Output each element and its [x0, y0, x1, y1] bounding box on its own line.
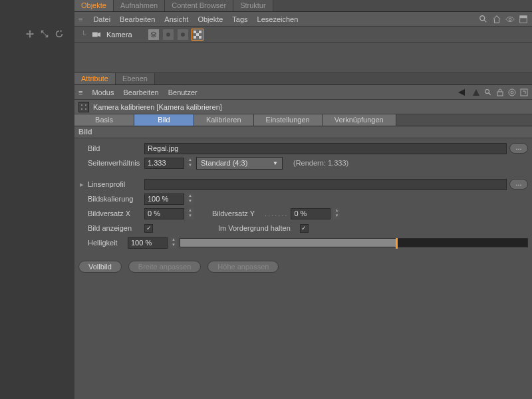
- search-icon[interactable]: [484, 88, 492, 96]
- section-header-bild: Bild: [74, 126, 532, 138]
- button-vollbild[interactable]: Vollbild: [78, 261, 122, 273]
- tab-attribute[interactable]: Attribute: [74, 73, 116, 84]
- subtab-bild[interactable]: Bild: [134, 114, 194, 126]
- label-helligkeit: Helligkeit: [78, 239, 125, 247]
- svg-rect-13: [497, 92, 503, 96]
- tab-struktur[interactable]: Struktur: [233, 0, 273, 11]
- svg-rect-16: [521, 89, 527, 96]
- object-manager-menubar: ≡ Datei Bearbeiten Ansicht Objekte Tags …: [74, 12, 532, 27]
- attribute-object-header: Kamera kalibrieren [Kamera kalibrieren]: [74, 100, 532, 114]
- nav-back-icon[interactable]: [458, 88, 468, 96]
- target-icon[interactable]: [508, 88, 516, 96]
- attr-tabs: Attribute Ebenen: [74, 73, 532, 85]
- tab-aufnahmen[interactable]: Aufnahmen: [114, 0, 165, 11]
- slider-helligkeit[interactable]: [180, 238, 528, 247]
- menu-ansicht[interactable]: Ansicht: [164, 15, 188, 23]
- object-row-kamera[interactable]: └ Kamera: [74, 27, 532, 43]
- attribute-title: Kamera kalibrieren [Kamera kalibrieren]: [93, 103, 222, 111]
- subtab-basis[interactable]: Basis: [74, 114, 134, 126]
- new-window-icon[interactable]: [520, 88, 528, 96]
- input-bildversatz-x[interactable]: 0 %: [144, 208, 184, 219]
- svg-point-1: [509, 18, 511, 21]
- svg-point-15: [511, 91, 513, 94]
- disclosure-linsenprofil[interactable]: ▸: [78, 180, 85, 189]
- spinner-bildversatz-x[interactable]: ▲▼: [187, 208, 194, 219]
- input-bildskalierung[interactable]: 100 %: [144, 194, 184, 205]
- viewport-dark-region: [0, 0, 74, 399]
- top-tabs: Objekte Aufnahmen Content Browser Strukt…: [74, 0, 532, 12]
- svg-rect-10: [194, 36, 196, 39]
- nav-up-icon[interactable]: [472, 88, 480, 96]
- label-bildversatz-y: Bildversatz Y: [212, 209, 262, 217]
- chevron-down-icon: ▼: [273, 160, 278, 166]
- rotate-tool-icon[interactable]: [55, 29, 64, 39]
- checkbox-im-vordergrund[interactable]: [300, 224, 309, 233]
- dock-icon[interactable]: [519, 15, 528, 24]
- subtab-kalibrieren[interactable]: Kalibrieren: [194, 114, 254, 126]
- rendern-info: (Rendern: 1.333): [285, 159, 348, 167]
- object-name[interactable]: Kamera: [104, 31, 135, 39]
- menu-benutzer[interactable]: Benutzer: [168, 88, 198, 96]
- svg-rect-4: [92, 32, 98, 37]
- tag-calibrator-icon[interactable]: [192, 29, 203, 40]
- tab-content-browser[interactable]: Content Browser: [165, 0, 233, 11]
- button-hoehe-anpassen[interactable]: Höhe anpassen: [207, 261, 279, 273]
- camera-icon: [92, 30, 101, 39]
- slider-thumb[interactable]: [396, 238, 398, 249]
- spinner-seitenverhaeltnis[interactable]: ▲▼: [187, 158, 194, 169]
- attribute-menubar: ≡ Modus Bearbeiten Benutzer: [74, 85, 532, 100]
- dropdown-aspect-value: Standard (4:3): [201, 159, 247, 167]
- label-bild-anzeigen: Bild anzeigen: [78, 224, 142, 232]
- browse-button[interactable]: ...: [509, 143, 528, 154]
- svg-rect-9: [199, 31, 201, 33]
- checkbox-bild-anzeigen[interactable]: [144, 224, 153, 233]
- browse-linsenprofil-button[interactable]: ...: [509, 179, 528, 190]
- spinner-helligkeit[interactable]: ▲▼: [170, 237, 177, 249]
- menu-modus[interactable]: Modus: [92, 88, 114, 96]
- tag-render-icon[interactable]: [178, 29, 188, 40]
- svg-rect-11: [199, 36, 201, 39]
- hamburger-icon[interactable]: ≡: [78, 15, 82, 23]
- svg-point-12: [485, 89, 489, 93]
- label-bildversatz-x: Bildversatz X: [78, 209, 142, 217]
- search-icon[interactable]: [479, 15, 488, 24]
- svg-point-6: [181, 33, 185, 37]
- label-bildskalierung: Bildskalierung: [78, 195, 142, 203]
- svg-point-5: [166, 33, 170, 37]
- menu-lesezeichen[interactable]: Lesezeichen: [257, 15, 299, 23]
- eye-icon[interactable]: [505, 15, 515, 24]
- input-linsenprofil[interactable]: [144, 179, 507, 190]
- dropdown-aspect-preset[interactable]: Standard (4:3) ▼: [196, 157, 283, 170]
- move-tool-icon[interactable]: [25, 29, 35, 39]
- label-bild: Bild: [78, 144, 142, 152]
- home-icon[interactable]: [492, 15, 501, 24]
- spinner-bildskalierung[interactable]: ▲▼: [187, 194, 194, 205]
- menu-bearbeiten[interactable]: Bearbeiten: [120, 15, 155, 23]
- input-bildversatz-y[interactable]: 0 %: [291, 208, 331, 219]
- attribute-sub-tabs: Basis Bild Kalibrieren Einstellungen Ver…: [74, 114, 532, 126]
- tag-layer-icon[interactable]: [148, 29, 159, 40]
- calibrator-tag-icon: [78, 102, 89, 112]
- tab-ebenen[interactable]: Ebenen: [116, 73, 155, 84]
- subtab-einstellungen[interactable]: Einstellungen: [254, 114, 323, 126]
- svg-rect-8: [196, 33, 199, 36]
- label-linsenprofil: Linsenprofil: [88, 180, 142, 188]
- hamburger-icon[interactable]: ≡: [78, 88, 82, 96]
- lock-icon[interactable]: [496, 88, 504, 96]
- input-seitenverhaeltnis[interactable]: 1.333: [144, 158, 184, 169]
- tag-visibility-icon[interactable]: [163, 29, 174, 40]
- input-helligkeit[interactable]: 100 %: [128, 237, 168, 249]
- spinner-bildversatz-y[interactable]: ▲▼: [333, 208, 340, 219]
- scale-tool-icon[interactable]: [40, 29, 49, 39]
- menu-bearbeiten-attr[interactable]: Bearbeiten: [123, 88, 158, 96]
- tab-objekte[interactable]: Objekte: [74, 0, 114, 11]
- svg-point-14: [509, 89, 515, 96]
- label-im-vordergrund: Im Vordergrund halten: [218, 224, 291, 232]
- menu-objekte[interactable]: Objekte: [198, 15, 223, 23]
- menu-datei[interactable]: Datei: [93, 15, 110, 23]
- subtab-verknuepfungen[interactable]: Verknüpfungen: [323, 114, 396, 126]
- button-breite-anpassen[interactable]: Breite anpassen: [128, 261, 201, 273]
- input-bild-file[interactable]: Regal.jpg: [144, 143, 507, 154]
- object-manager-empty-area[interactable]: [74, 43, 532, 73]
- menu-tags[interactable]: Tags: [232, 15, 247, 23]
